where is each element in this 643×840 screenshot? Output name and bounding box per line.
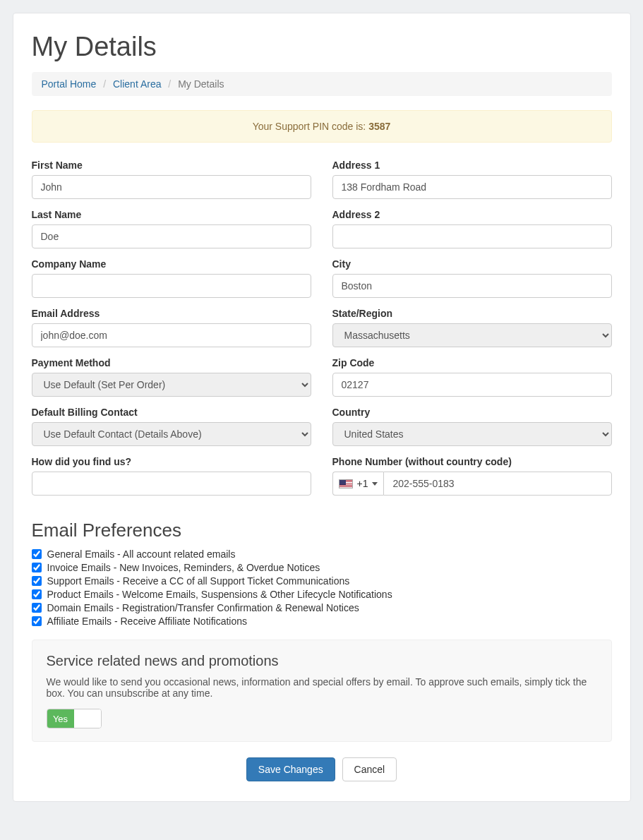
us-flag-icon [339,479,353,488]
email-pref-checkbox[interactable] [32,589,42,599]
promotions-toggle[interactable]: Yes [47,709,102,728]
email-pref-row: Product Emails - Welcome Emails, Suspens… [32,589,612,600]
phone-prefix-code: +1 [357,478,368,489]
phone-input[interactable] [383,472,611,496]
city-label: City [332,258,612,270]
phone-country-selector[interactable]: +1 [332,472,384,496]
country-label: Country [332,407,612,418]
billing-contact-select[interactable]: Use Default Contact (Details Above) [32,422,311,446]
how-find-label: How did you find us? [32,456,311,467]
email-pref-label: Invoice Emails - New Invoices, Reminders… [47,562,320,573]
save-button[interactable]: Save Changes [246,757,335,781]
city-input[interactable] [332,274,612,298]
support-pin-alert: Your Support PIN code is: 3587 [32,110,612,143]
company-name-label: Company Name [32,258,311,270]
address1-input[interactable] [332,175,612,199]
breadcrumb-separator: / [99,78,110,90]
breadcrumb-current: My Details [178,78,224,90]
email-pref-checkbox[interactable] [32,549,42,559]
promotions-panel: Service related news and promotions We w… [32,640,612,742]
email-pref-label: General Emails - All account related ema… [47,548,236,560]
breadcrumb: Portal Home / Client Area / My Details [32,72,612,96]
email-pref-checkbox[interactable] [32,563,42,572]
main-panel: My Details Portal Home / Client Area / M… [13,13,631,802]
country-select[interactable]: United States [332,422,612,446]
chevron-down-icon [372,482,378,486]
promotions-toggle-off [74,709,101,728]
zip-label: Zip Code [332,357,612,368]
promotions-toggle-label: Yes [47,709,74,728]
last-name-input[interactable] [32,224,311,248]
address1-label: Address 1 [332,160,612,171]
email-label: Email Address [32,308,311,319]
zip-input[interactable] [332,373,612,397]
email-pref-checkbox[interactable] [32,576,42,586]
email-pref-row: Support Emails - Receive a CC of all Sup… [32,575,612,587]
email-pref-label: Support Emails - Receive a CC of all Sup… [47,575,350,587]
email-pref-label: Affiliate Emails - Receive Affiliate Not… [47,616,248,627]
support-pin-prefix: Your Support PIN code is: [253,121,368,132]
email-pref-checkbox[interactable] [32,603,42,613]
how-find-input[interactable] [32,472,311,496]
first-name-input[interactable] [32,175,311,199]
company-name-input[interactable] [32,274,311,298]
cancel-button[interactable]: Cancel [342,757,397,781]
button-bar: Save Changes Cancel [32,757,612,781]
state-select[interactable]: Massachusetts [332,323,612,347]
last-name-label: Last Name [32,209,311,220]
page-title: My Details [32,32,612,62]
address2-label: Address 2 [332,209,612,220]
address2-input[interactable] [332,224,612,248]
email-preferences-title: Email Preferences [32,520,612,541]
billing-contact-label: Default Billing Contact [32,407,311,418]
breadcrumb-portal-home[interactable]: Portal Home [42,78,97,90]
email-pref-row: General Emails - All account related ema… [32,548,612,560]
email-pref-row: Domain Emails - Registration/Transfer Co… [32,602,612,613]
email-preferences-list: General Emails - All account related ema… [32,548,612,627]
phone-label: Phone Number (without country code) [332,456,612,467]
email-pref-label: Domain Emails - Registration/Transfer Co… [47,602,359,613]
support-pin-code: 3587 [368,121,390,132]
breadcrumb-client-area[interactable]: Client Area [113,78,161,90]
payment-method-select[interactable]: Use Default (Set Per Order) [32,373,311,397]
email-pref-label: Product Emails - Welcome Emails, Suspens… [47,589,392,600]
promotions-title: Service related news and promotions [47,653,597,669]
promotions-text: We would like to send you occasional new… [47,676,597,699]
breadcrumb-separator: / [164,78,175,90]
payment-method-label: Payment Method [32,357,311,368]
state-label: State/Region [332,308,612,319]
first-name-label: First Name [32,160,311,171]
email-pref-checkbox[interactable] [32,616,42,626]
email-pref-row: Affiliate Emails - Receive Affiliate Not… [32,616,612,627]
email-input[interactable] [32,323,311,347]
email-pref-row: Invoice Emails - New Invoices, Reminders… [32,562,612,573]
